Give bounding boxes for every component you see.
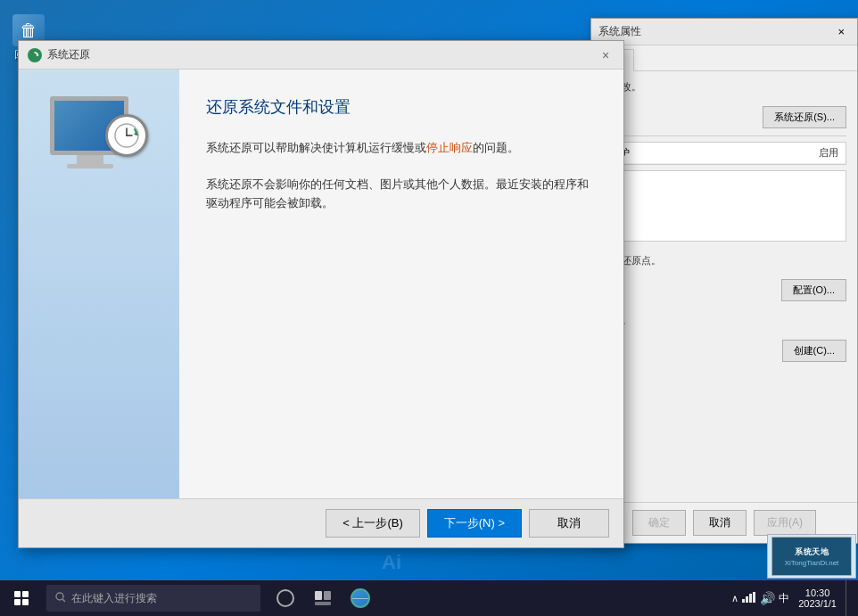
website-logo: 系统天地 XiTongTianDi.net [767, 534, 856, 579]
restore-desc1-highlight: 停止响应 [426, 141, 473, 154]
tray-expand-arrow[interactable]: ∧ [731, 593, 738, 604]
svg-rect-14 [753, 592, 755, 603]
system-properties-window: 系统属性 × 远程 统更改。 系统还原(S)... 保护 启用 删除还原点。 配… [590, 18, 858, 544]
system-restore-dialog: 系统还原 × [18, 40, 624, 548]
task-view-icon [315, 591, 331, 605]
config-button[interactable]: 配置(O)... [781, 279, 846, 301]
browser-button[interactable] [342, 580, 378, 616]
system-restore-button[interactable]: 系统还原(S)... [763, 106, 846, 128]
sys-props-close-button[interactable]: × [832, 23, 850, 40]
svg-rect-13 [749, 594, 752, 603]
svg-rect-10 [315, 602, 331, 605]
taskbar: 在此键入进行搜索 ∧ [0, 580, 858, 616]
search-placeholder: 在此键入进行搜索 [71, 591, 157, 606]
restore-footer: < 上一步(B) 下一步(N) > 取消 [19, 498, 623, 547]
sys-props-title: 系统属性 [598, 24, 832, 39]
delete-restore-text: 删除还原点。 [591, 245, 857, 276]
taskbar-search-box[interactable]: 在此键入进行搜索 [46, 585, 260, 612]
system-tray: ∧ 🔊 中 10:30 2023/1/1 [731, 580, 858, 616]
create-btn-row: 创建(C)... [591, 336, 857, 365]
cortana-button[interactable] [268, 580, 303, 616]
config-btn-row: 配置(O)... [591, 275, 857, 305]
restore-description2: 系统还原不会影响你的任何文档、图片或其他个人数据。最近安装的程序和驱动程序可能会… [206, 176, 597, 213]
website-name: 系统天地 [795, 546, 829, 558]
date-display: 2023/1/1 [798, 598, 837, 609]
separator1 [602, 136, 846, 136]
restore-heading: 还原系统文件和设置 [206, 96, 597, 118]
svg-rect-9 [324, 591, 331, 600]
create-restore-text: 原点。 [591, 305, 857, 336]
start-button[interactable] [0, 580, 43, 616]
show-desktop-button[interactable] [846, 580, 851, 616]
website-url: XiTongTianDi.net [785, 559, 839, 567]
protection-status: 启用 [819, 146, 838, 160]
search-icon [55, 592, 66, 605]
next-button[interactable]: 下一步(N) > [427, 509, 522, 538]
taskbar-items [268, 580, 378, 616]
language-indicator[interactable]: 中 [779, 591, 789, 606]
create-restore-label: 原点。 [602, 312, 846, 329]
restore-description1: 系统还原可以帮助解决使计算机运行缓慢或停止响应的问题。 [206, 139, 597, 158]
svg-rect-11 [742, 599, 745, 603]
create-button[interactable]: 创建(C)... [782, 340, 846, 362]
sys-props-restore-btn-row: 系统还原(S)... [591, 103, 857, 132]
restore-dialog-title: 系统还原 [47, 47, 597, 62]
svg-rect-12 [746, 596, 748, 603]
ok-button[interactable]: 确定 [632, 510, 686, 536]
protection-header-row: 保护 启用 [603, 143, 846, 164]
task-view-button[interactable] [305, 580, 341, 616]
volume-icon[interactable]: 🔊 [760, 591, 775, 605]
clock-icon [105, 114, 148, 157]
cortana-icon [276, 589, 294, 607]
sys-props-section1: 统更改。 [591, 71, 857, 103]
ai-watermark: Ai [370, 544, 413, 580]
restore-icon-container [50, 96, 148, 185]
sys-props-titlebar: 系统属性 × [591, 19, 857, 45]
restore-title-icon [28, 48, 42, 62]
protection-table: 保护 启用 [602, 142, 846, 165]
windows-icon [14, 591, 29, 605]
sys-props-text1: 统更改。 [602, 78, 846, 95]
cancel-button[interactable]: 取消 [693, 510, 747, 536]
apply-button[interactable]: 应用(A) [754, 510, 816, 536]
svg-point-6 [56, 593, 63, 600]
restore-cancel-button[interactable]: 取消 [529, 509, 609, 538]
monitor-clock-icon [50, 96, 148, 185]
desktop: 🗑 回收站 系统属性 × 远程 统更改。 系统还原(S)... 保护 启用 [0, 0, 858, 616]
restore-sidebar [19, 70, 179, 498]
protection-label: 保护 [610, 146, 819, 160]
svg-line-7 [62, 599, 65, 602]
restore-desc1-part2: 的问题。 [473, 141, 519, 154]
restore-body: 还原系统文件和设置 系统还原可以帮助解决使计算机运行缓慢或停止响应的问题。 系统… [19, 70, 623, 498]
sys-props-tabs: 远程 [591, 49, 857, 71]
globe-icon [351, 588, 370, 608]
clock-display[interactable]: 10:30 2023/1/1 [793, 586, 842, 611]
restore-main-content: 还原系统文件和设置 系统还原可以帮助解决使计算机运行缓慢或停止响应的问题。 系统… [179, 70, 623, 498]
delete-restore-label: 删除还原点。 [602, 252, 846, 269]
protection-list-area [602, 170, 846, 242]
back-button[interactable]: < 上一步(B) [326, 509, 420, 538]
network-icon[interactable] [742, 592, 756, 605]
time-display: 10:30 [798, 587, 837, 598]
svg-rect-8 [315, 591, 322, 600]
restore-titlebar: 系统还原 × [19, 41, 623, 70]
restore-close-button[interactable]: × [597, 46, 615, 64]
restore-desc1-part1: 系统还原可以帮助解决使计算机运行缓慢或 [206, 141, 426, 154]
